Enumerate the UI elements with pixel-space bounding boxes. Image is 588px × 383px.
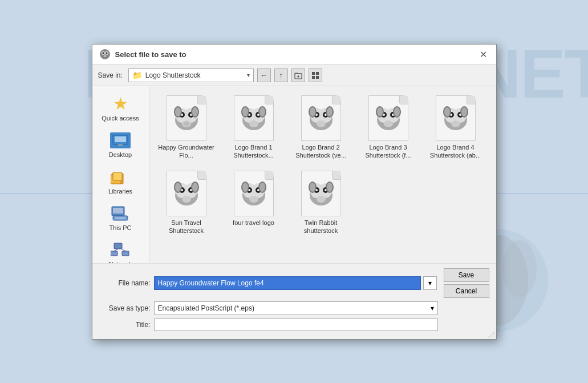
sidebar-item-network[interactable]: Network: [95, 238, 146, 263]
filename-input[interactable]: [154, 276, 421, 290]
close-button[interactable]: ✕: [478, 49, 489, 60]
savetype-label: Save as type:: [99, 304, 151, 312]
doc-shape-4: [436, 95, 476, 141]
file-item-5[interactable]: Sun Travel Shutterstock: [155, 167, 218, 239]
file-item-0[interactable]: Happy Groundwater Flo...: [155, 92, 218, 163]
svg-point-8: [106, 53, 107, 54]
filename-row: File name: ▾ Save Cancel: [99, 268, 489, 298]
sidebar-item-quick-access[interactable]: ★ Quick access: [95, 92, 146, 125]
file-thumb-5: [164, 171, 209, 216]
quick-access-label: Quick access: [102, 115, 139, 122]
this-pc-icon: [110, 205, 131, 222]
svg-point-40: [184, 122, 189, 126]
file-label-3: Logo Brand 3 Shutterstock (f...: [359, 143, 417, 160]
svg-line-130: [490, 333, 495, 338]
file-item-2[interactable]: Logo Brand 2 Shutterstock (ve...: [290, 92, 352, 163]
svg-point-124: [317, 196, 326, 203]
svg-point-7: [102, 53, 104, 54]
cancel-button[interactable]: Cancel: [444, 284, 489, 298]
svg-point-116: [259, 183, 265, 192]
doc-shape-2: [301, 95, 341, 141]
title-label: Title:: [99, 321, 151, 329]
file-grid-container: Happy Groundwater Flo...: [149, 86, 496, 263]
resize-grip-icon[interactable]: [488, 331, 495, 338]
sidebar-item-desktop[interactable]: Desktop: [95, 128, 146, 162]
svg-point-115: [242, 183, 248, 192]
sidebar-item-this-pc[interactable]: This PC: [95, 201, 146, 235]
monitor-icon: [112, 135, 128, 146]
file-thumb-2: [298, 95, 344, 141]
svg-point-43: [175, 107, 181, 116]
file-label-5: Sun Travel Shutterstock: [157, 219, 216, 235]
sidebar: ★ Quick access Desktop: [92, 86, 149, 263]
svg-point-9: [104, 55, 106, 57]
filename-dropdown-arrow-icon: ▾: [428, 279, 432, 287]
gimp-face-3: [374, 104, 403, 132]
doc-shape-7: [301, 171, 341, 216]
this-pc-svg-icon: [111, 205, 130, 221]
svg-point-112: [249, 196, 258, 203]
view-icon: [311, 71, 319, 79]
svg-point-104: [192, 183, 198, 192]
file-thumb-4: [433, 95, 478, 141]
dialog-titlebar: Select file to save to ✕: [92, 45, 496, 65]
svg-point-76: [384, 120, 393, 127]
view-button[interactable]: [309, 68, 322, 82]
file-label-0: Happy Groundwater Flo...: [157, 143, 216, 160]
filename-label: File name:: [99, 279, 151, 287]
svg-point-88: [451, 120, 460, 127]
file-label-6: four travel logo: [233, 219, 274, 227]
svg-rect-22: [113, 172, 122, 180]
new-folder-button[interactable]: [291, 68, 305, 82]
file-item-4[interactable]: Logo Brand 4 Shutterstock (ab...: [424, 92, 487, 163]
file-label-1: Logo Brand 1 Shutterstock...: [225, 143, 283, 160]
doc-shape-1: [234, 95, 274, 141]
file-label-4: Logo Brand 4 Shutterstock (ab...: [427, 143, 485, 160]
libraries-svg-icon: [111, 169, 130, 185]
file-thumb-0: [164, 95, 209, 141]
up-button[interactable]: ↑: [274, 68, 288, 82]
file-item-1[interactable]: Logo Brand 1 Shutterstock...: [222, 92, 285, 163]
svg-rect-14: [316, 72, 319, 75]
svg-rect-13: [312, 72, 315, 75]
svg-point-44: [192, 107, 198, 116]
dialog-toolbar: Save in: 📁 Logo Shutterstock ▾ ← ↑: [92, 65, 496, 86]
svg-point-56: [259, 107, 265, 116]
file-item-7[interactable]: Twin Rabbit shutterstock: [290, 167, 352, 239]
svg-rect-28: [111, 251, 117, 256]
svg-point-79: [377, 107, 383, 116]
svg-point-80: [394, 107, 400, 116]
save-button[interactable]: Save: [444, 268, 489, 282]
path-dropdown[interactable]: 📁 Logo Shutterstock ▾: [128, 68, 254, 82]
network-svg-icon: [111, 242, 130, 258]
save-dialog: Select file to save to ✕ Save in: 📁 Logo…: [92, 44, 497, 340]
gimp-face-6: [240, 179, 268, 208]
network-icon: [110, 241, 131, 259]
gimp-face-1: [240, 104, 268, 132]
this-pc-label: This PC: [109, 224, 131, 231]
svg-point-128: [327, 183, 332, 192]
dialog-body: ★ Quick access Desktop: [92, 86, 496, 263]
file-thumb-6: [231, 171, 277, 216]
file-grid-scroll[interactable]: Happy Groundwater Flo...: [149, 86, 496, 263]
file-grid: Happy Groundwater Flo...: [155, 92, 490, 239]
svg-point-64: [317, 120, 326, 127]
title-row: Title:: [99, 319, 489, 331]
savetype-row: Save as type: Encapsulated PostScript (*…: [99, 301, 489, 315]
back-button[interactable]: ←: [257, 68, 271, 82]
sidebar-item-libraries[interactable]: Libraries: [95, 165, 146, 198]
svg-rect-24: [113, 208, 123, 213]
file-item-3[interactable]: Logo Brand 3 Shutterstock (f...: [357, 92, 420, 163]
file-item-6[interactable]: four travel logo: [222, 167, 285, 239]
svg-rect-26: [115, 217, 125, 219]
desktop-label: Desktop: [109, 151, 132, 158]
filename-dropdown-button[interactable]: ▾: [423, 276, 437, 290]
gimp-title-icon: [99, 49, 111, 60]
savetype-dropdown[interactable]: Encapsulated PostScript (*.eps) ▾: [154, 301, 438, 315]
svg-line-131: [493, 336, 495, 338]
svg-line-30: [114, 249, 118, 251]
gimp-face-2: [307, 104, 335, 132]
gimp-face-0: [172, 104, 201, 132]
dropdown-arrow-icon: ▾: [247, 72, 250, 78]
title-input[interactable]: [154, 319, 438, 331]
